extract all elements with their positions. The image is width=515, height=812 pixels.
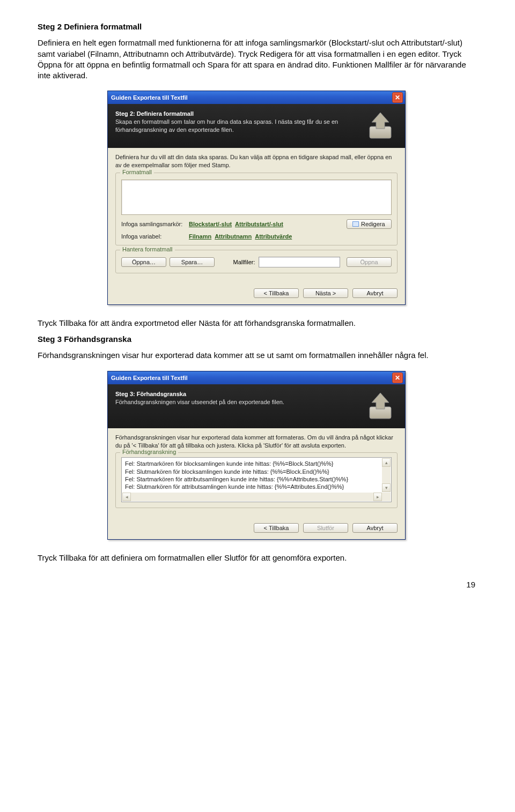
preview-line: Fel: Startmarkören för attributsamlingen…	[125, 475, 388, 483]
back-button[interactable]: < Tillbaka	[254, 288, 299, 298]
formatmall-textarea[interactable]	[121, 180, 392, 215]
scroll-down-icon[interactable]: ▾	[382, 483, 391, 492]
banner-title: Steg 3: Förhandsgranska	[115, 391, 398, 397]
dialog-buttons: < Tillbaka Slutför Avbryt	[108, 519, 405, 539]
oppna-button[interactable]: Öppna…	[121, 257, 166, 267]
scroll-corner	[382, 493, 391, 501]
cancel-button[interactable]: Avbryt	[352, 523, 398, 533]
fieldset-preview: Förhandsgranskning Fel: Startmarkören fö…	[115, 452, 398, 508]
titlebar: Guiden Exportera till Textfil ✕	[108, 91, 405, 104]
scroll-up-icon[interactable]: ▴	[382, 458, 391, 467]
banner-desc: Förhandsgranskningen visar utseendet på …	[115, 398, 341, 406]
body-desc: Definiera hur du vill att din data ska s…	[115, 153, 398, 169]
fieldset-formatmall: Formatmall Infoga samlingsmarkör: Blocks…	[115, 173, 398, 245]
oppna2-button: Öppna	[347, 257, 392, 267]
infoga-variabel-label: Infoga variabel:	[121, 233, 186, 240]
dialog-step2: Guiden Exportera till Textfil ✕ Steg 2: …	[107, 91, 406, 305]
fieldset-hantera: Hantera formatmall Öppna… Spara… Mallfil…	[115, 250, 398, 273]
scrollbar-horizontal[interactable]: ◂ ▸	[122, 493, 382, 501]
spara-button[interactable]: Spara…	[170, 257, 215, 267]
preview-line: Fel: Startmarkören för blocksamlingen ku…	[125, 460, 388, 467]
cancel-button[interactable]: Avbryt	[352, 288, 398, 298]
redigera-button[interactable]: Redigera	[347, 219, 392, 229]
step3-heading: Steg 3 Förhandsgranska	[38, 334, 131, 344]
step2-paragraph: Definiera en helt egen formatmall med fu…	[38, 38, 477, 81]
closing-paragraph: Tryck Tillbaka för att definiera om form…	[38, 553, 477, 563]
link-attributstart[interactable]: Attributstart/-slut	[235, 221, 283, 227]
infoga-samling-label: Infoga samlingsmarkör:	[121, 221, 186, 227]
titlebar: Guiden Exportera till Textfil ✕	[108, 371, 405, 384]
page-number: 19	[38, 580, 477, 589]
dialog-step3: Guiden Exportera till Textfil ✕ Steg 3: …	[107, 371, 406, 540]
next-button[interactable]: Nästa >	[303, 288, 348, 298]
edit-icon	[352, 221, 359, 227]
legend-preview: Förhandsgranskning	[120, 449, 178, 455]
mallfiler-label: Mallfiler:	[233, 259, 255, 265]
preview-line: Fel: Slutmarkören för blocksamlingen kun…	[125, 468, 388, 475]
legend-formatmall: Formatmall	[120, 169, 154, 175]
scrollbar-vertical[interactable]: ▴ ▾	[382, 458, 391, 492]
back-button[interactable]: < Tillbaka	[254, 523, 299, 533]
scroll-left-icon[interactable]: ◂	[122, 493, 131, 501]
between-para-1: Tryck Tillbaka för att ändra exportmetod…	[38, 318, 477, 329]
dialog-body: Definiera hur du vill att din data ska s…	[108, 148, 405, 284]
dialog-banner: Steg 2: Definiera formatmall Skapa en fo…	[108, 104, 405, 148]
upload-arrow-icon	[364, 390, 396, 422]
preview-line: Fel: Slutmarkören för attributsamlingen …	[125, 483, 388, 490]
legend-hantera: Hantera formatmall	[120, 246, 175, 252]
body-desc: Förhandsgranskningen visar hur exportera…	[115, 434, 398, 450]
close-icon[interactable]: ✕	[392, 373, 403, 383]
upload-arrow-icon	[364, 109, 396, 141]
dialog-buttons: < Tillbaka Nästa > Avbryt	[108, 284, 405, 304]
dialog-banner: Steg 3: Förhandsgranska Förhandsgranskni…	[108, 384, 405, 428]
mallfiler-select[interactable]	[259, 257, 340, 267]
link-filnamn[interactable]: Filnamn	[189, 233, 211, 240]
dialog-body: Förhandsgranskningen visar hur exportera…	[108, 428, 405, 519]
scroll-right-icon[interactable]: ▸	[373, 493, 382, 501]
step3-paragraph: Förhandsgranskningen visar hur exportera…	[38, 350, 477, 361]
close-icon[interactable]: ✕	[392, 92, 403, 103]
link-blockstart[interactable]: Blockstart/-slut	[189, 221, 232, 227]
dialog-title: Guiden Exportera till Textfil	[111, 94, 188, 101]
finish-button: Slutför	[303, 523, 348, 533]
banner-title: Steg 2: Definiera formatmall	[115, 110, 398, 117]
preview-output: Fel: Startmarkören för blocksamlingen ku…	[121, 457, 392, 502]
link-attributvarde[interactable]: Attributvärde	[255, 233, 292, 240]
link-attributnamn[interactable]: Attributnamn	[215, 233, 252, 240]
step2-heading: Steg 2 Definiera formatmall	[38, 22, 142, 31]
dialog-title: Guiden Exportera till Textfil	[111, 375, 188, 381]
banner-desc: Skapa en formatmall som talar om hur din…	[115, 118, 341, 134]
